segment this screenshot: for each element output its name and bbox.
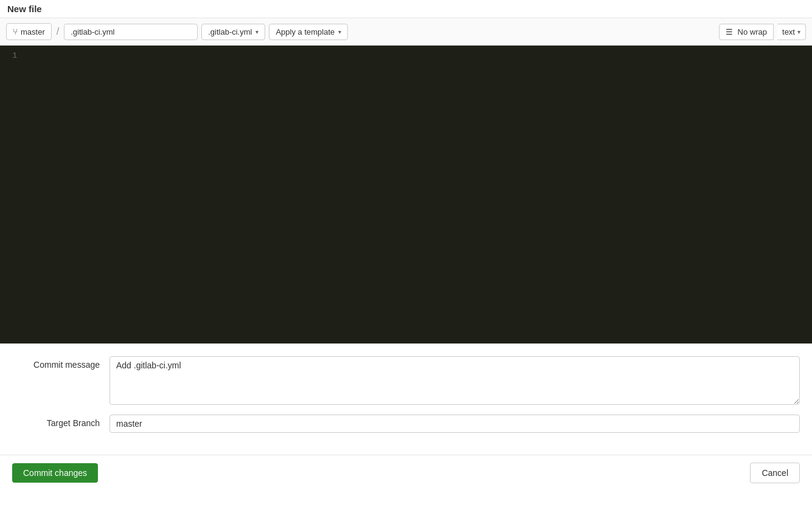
branch-label: master — [21, 27, 45, 36]
lines-icon: ☰ — [726, 27, 733, 36]
commit-changes-button[interactable]: Commit changes — [12, 463, 98, 483]
file-type-chevron-icon: ▾ — [255, 29, 259, 35]
target-branch-input[interactable] — [109, 415, 800, 433]
commit-section: Commit message Add .gitlab-ci.yml Target… — [0, 343, 812, 455]
no-wrap-label: No wrap — [738, 27, 767, 36]
target-branch-label: Target Branch — [12, 415, 109, 428]
file-type-dropdown[interactable]: .gitlab-ci.yml ▾ — [201, 24, 265, 40]
branch-icon: ⑂ — [13, 27, 18, 36]
editor-area[interactable]: 1 — [0, 46, 812, 343]
text-mode-chevron-icon: ▾ — [797, 29, 800, 35]
file-path-input[interactable] — [64, 24, 198, 40]
editor-line: 1 — [0, 50, 812, 63]
line-number: 1 — [0, 50, 24, 60]
no-wrap-button[interactable]: ☰ No wrap — [719, 24, 774, 40]
file-type-selected: .gitlab-ci.yml — [208, 27, 252, 36]
text-mode-dropdown[interactable]: text ▾ — [777, 24, 806, 40]
template-dropdown[interactable]: Apply a template ▾ — [269, 24, 348, 40]
text-mode-label: text — [782, 27, 795, 36]
commit-message-label: Commit message — [12, 356, 109, 370]
line-content[interactable] — [24, 50, 812, 60]
target-branch-row: Target Branch — [0, 415, 812, 433]
path-separator: / — [57, 26, 59, 37]
commit-message-input[interactable]: Add .gitlab-ci.yml — [109, 356, 800, 405]
cancel-button[interactable]: Cancel — [750, 463, 800, 483]
page-title: New file — [0, 0, 812, 18]
branch-button[interactable]: ⑂ master — [6, 23, 52, 40]
template-placeholder: Apply a template — [276, 27, 335, 36]
action-row: Commit changes Cancel — [0, 455, 812, 491]
toolbar: ⑂ master / .gitlab-ci.yml ▾ Apply a temp… — [0, 18, 812, 46]
commit-message-row: Commit message Add .gitlab-ci.yml — [0, 356, 812, 405]
template-chevron-icon: ▾ — [338, 29, 341, 35]
